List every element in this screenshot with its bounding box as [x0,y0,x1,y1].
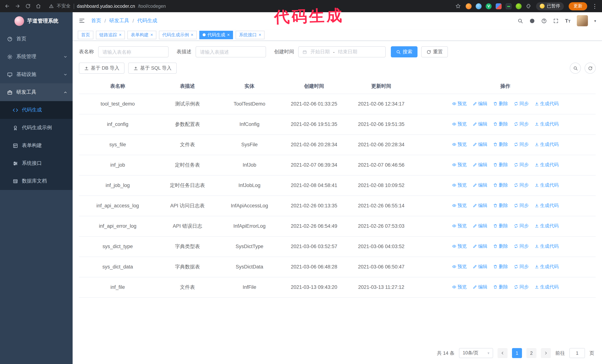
sidebar-item-codegen-example[interactable]: 代码生成示例 [0,119,73,137]
generate-code-link[interactable]: 生成代码 [535,284,559,290]
edit-link[interactable]: 编辑 [473,121,487,127]
edit-link[interactable]: 编辑 [473,203,487,209]
address-bar[interactable]: 不安全 dashboard.yudao.iocoder.cn/tool/code… [46,3,451,9]
generate-code-link[interactable]: 生成代码 [535,182,559,188]
generate-code-link[interactable]: 生成代码 [535,162,559,168]
preview-link[interactable]: 预览 [452,141,467,148]
tab-close-icon[interactable] [191,32,194,37]
browser-home-icon[interactable] [36,3,41,9]
extension-icon-people[interactable] [496,3,502,9]
preview-link[interactable]: 预览 [452,264,467,270]
preview-link[interactable]: 预览 [452,162,467,168]
next-page-button[interactable] [541,348,551,358]
table-name-input[interactable] [98,46,168,57]
table-desc-input[interactable] [196,46,266,57]
preview-link[interactable]: 预览 [452,203,467,209]
font-size-icon[interactable]: TT [565,18,570,24]
sidebar-item-devtools[interactable]: 研发工具 [0,83,73,101]
user-avatar[interactable] [577,15,588,26]
preview-link[interactable]: 预览 [452,223,467,229]
edit-link[interactable]: 编辑 [473,141,487,148]
edit-link[interactable]: 编辑 [473,284,487,290]
page-button-1[interactable]: 1 [512,348,522,358]
tab-close-icon[interactable] [227,32,230,37]
tab-system-api[interactable]: 系统接口 [236,31,265,39]
breadcrumb-devtools[interactable]: 研发工具 [109,17,129,24]
sync-link[interactable]: 同步 [514,264,529,270]
breadcrumb-home[interactable]: 首页 [91,17,101,24]
tab-close-icon[interactable] [119,32,121,37]
edit-link[interactable]: 编辑 [473,264,487,270]
sidebar-item-infra[interactable]: 基础设施 [0,65,73,83]
sidebar-item-codegen[interactable]: 代码生成 [0,101,73,119]
bookmark-star-icon[interactable] [455,3,461,9]
edit-link[interactable]: 编辑 [473,162,487,168]
logo-row[interactable]: 芋道管理系统 [0,12,73,30]
generate-code-link[interactable]: 生成代码 [535,243,559,250]
delete-link[interactable]: 删除 [493,264,508,270]
prev-page-button[interactable] [497,348,507,358]
sync-link[interactable]: 同步 [514,101,529,107]
page-size-select[interactable]: 10条/页 ▾ [459,348,493,358]
github-icon[interactable] [530,18,535,23]
tab-close-icon[interactable] [150,32,153,37]
generate-code-link[interactable]: 生成代码 [535,101,559,107]
fullscreen-icon[interactable] [553,18,559,23]
extension-icon-leaf[interactable] [516,3,522,9]
forward-icon[interactable] [15,3,20,9]
delete-link[interactable]: 删除 [493,203,508,209]
delete-link[interactable]: 删除 [493,162,508,168]
extension-icon-orange[interactable] [466,3,472,9]
avatar-caret-icon[interactable]: ▾ [594,19,596,23]
preview-link[interactable]: 预览 [452,243,467,250]
tab-tracing[interactable]: 链路追踪 [96,31,125,39]
preview-link[interactable]: 预览 [452,121,467,127]
edit-link[interactable]: 编辑 [473,182,487,188]
reset-button[interactable]: 重置 [421,46,448,57]
tab-codegen-example[interactable]: 代码生成示例 [159,31,197,39]
goto-page-input[interactable] [570,348,585,358]
edit-link[interactable]: 编辑 [473,223,487,229]
generate-code-link[interactable]: 生成代码 [535,141,559,148]
edit-link[interactable]: 编辑 [473,243,487,250]
sync-link[interactable]: 同步 [514,243,529,250]
extension-icon-green-v[interactable]: V [486,3,492,9]
tab-form-builder[interactable]: 表单构建 [128,31,156,39]
import-sql-button[interactable]: 基于 SQL 导入 [128,62,177,74]
extension-icon-terminal[interactable] [506,3,512,9]
sync-link[interactable]: 同步 [514,284,529,290]
generate-code-link[interactable]: 生成代码 [535,203,559,209]
back-icon[interactable] [4,3,10,9]
hamburger-icon[interactable] [78,17,85,24]
delete-link[interactable]: 删除 [493,243,508,250]
search-button[interactable]: 搜索 [391,46,418,57]
sync-link[interactable]: 同步 [514,121,529,127]
import-db-button[interactable]: 基于 DB 导入 [79,62,125,74]
date-range-picker[interactable]: 开始日期 - 结束日期 [298,46,386,57]
delete-link[interactable]: 删除 [493,121,508,127]
sync-link[interactable]: 同步 [514,141,529,148]
paused-badge[interactable]: 已暂停 [536,2,564,10]
sidebar-item-home[interactable]: 首页 [0,30,73,48]
reload-icon[interactable] [25,3,31,9]
sidebar-item-db-doc[interactable]: 数据库文档 [0,172,73,190]
sidebar-item-system-api[interactable]: 系统接口 [0,154,73,172]
search-icon[interactable] [518,18,523,23]
sync-link[interactable]: 同步 [514,203,529,209]
update-button[interactable]: 更新 [569,2,587,10]
tab-codegen[interactable]: 代码生成 [199,31,233,39]
sync-link[interactable]: 同步 [514,223,529,229]
preview-link[interactable]: 预览 [452,284,467,290]
tab-home[interactable]: 首页 [78,31,93,39]
sidebar-item-form-builder[interactable]: 表单构建 [0,137,73,154]
show-search-toggle-button[interactable] [570,62,581,74]
sync-link[interactable]: 同步 [514,182,529,188]
puzzle-extensions-icon[interactable] [526,3,531,9]
delete-link[interactable]: 删除 [493,101,508,107]
browser-menu-icon[interactable]: ⋮ [592,3,598,10]
sidebar-item-system[interactable]: 系统管理 [0,48,73,65]
delete-link[interactable]: 删除 [493,223,508,229]
refresh-table-button[interactable] [585,62,596,74]
sync-link[interactable]: 同步 [514,162,529,168]
generate-code-link[interactable]: 生成代码 [535,223,559,229]
